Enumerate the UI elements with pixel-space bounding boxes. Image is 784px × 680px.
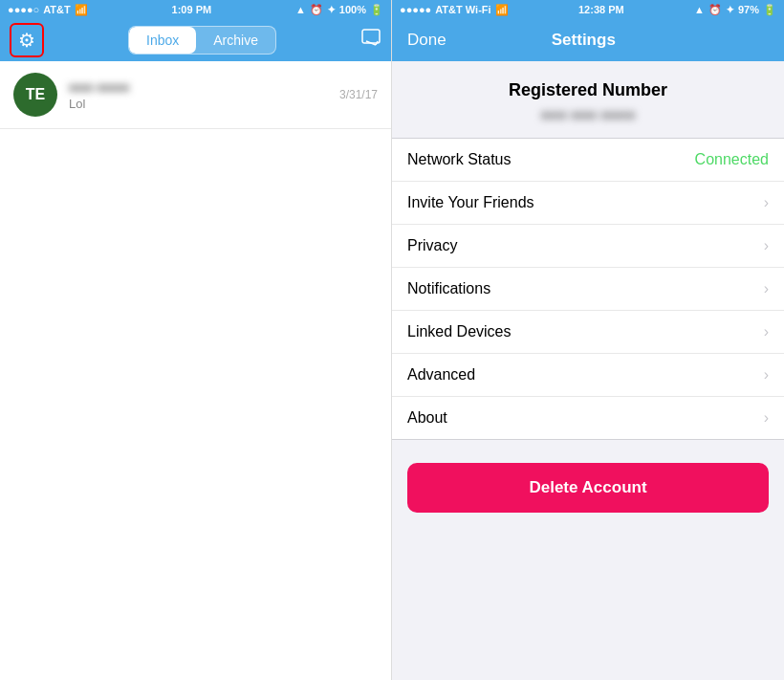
right-header: Done Settings <box>392 19 784 61</box>
message-name: ●●● ●●●● <box>69 79 339 95</box>
invite-label: Invite Your Friends <box>407 194 534 211</box>
left-header: ⚙ Inbox Archive <box>0 19 391 61</box>
message-item[interactable]: TE ●●● ●●●● Lol 3/31/17 <box>0 61 391 129</box>
notifications-label: Notifications <box>407 280 490 297</box>
invite-right: › <box>764 194 769 211</box>
bluetooth-icon-right: ✦ <box>726 4 734 16</box>
bottom-spacer <box>392 528 784 585</box>
wifi-icon-right: 📶 <box>495 4 509 16</box>
battery-visual-left: 🔋 <box>370 4 383 16</box>
wifi-icon-left: 📶 <box>75 4 88 16</box>
gear-button[interactable]: ⚙ <box>10 23 44 57</box>
right-panel: ●●●●● AT&T Wi-Fi 📶 12:38 PM ▲ ⏰ ✦ 97% 🔋 … <box>392 0 784 680</box>
message-content: ●●● ●●●● Lol <box>69 79 339 111</box>
network-status-value: Connected <box>695 151 769 168</box>
battery-left: 100% <box>339 4 366 15</box>
gear-icon: ⚙ <box>18 29 35 52</box>
about-label: About <box>407 409 447 427</box>
left-panel: ●●●●○ AT&T 📶 1:09 PM ▲ ⏰ ✦ 100% 🔋 ⚙ Inbo… <box>0 0 392 680</box>
chevron-icon-advanced: › <box>764 366 769 384</box>
left-status-left: ●●●●○ AT&T 📶 <box>8 4 88 16</box>
advanced-row[interactable]: Advanced › <box>392 354 784 397</box>
location-icon-right: ▲ <box>694 4 705 15</box>
linked-devices-label: Linked Devices <box>407 323 512 340</box>
linked-devices-row[interactable]: Linked Devices › <box>392 311 784 354</box>
alarm-icon-left: ⏰ <box>310 4 323 16</box>
notifications-right: › <box>764 280 769 297</box>
right-status-bar: ●●●●● AT&T Wi-Fi 📶 12:38 PM ▲ ⏰ ✦ 97% 🔋 <box>392 0 784 19</box>
network-status-right: Connected <box>695 151 769 168</box>
invite-row[interactable]: Invite Your Friends › <box>392 182 784 225</box>
alarm-icon-right: ⏰ <box>708 4 722 16</box>
advanced-right: › <box>764 366 769 384</box>
inbox-tab[interactable]: Inbox <box>129 27 196 54</box>
registered-title: Registered Number <box>407 80 769 100</box>
archive-tab[interactable]: Archive <box>196 27 275 54</box>
compose-icon <box>360 32 381 53</box>
time-left: 1:09 PM <box>172 4 212 15</box>
settings-group: Network Status Connected Invite Your Fri… <box>392 138 784 440</box>
chevron-icon-notifications: › <box>764 280 769 297</box>
battery-right: 97% <box>738 4 759 15</box>
chevron-icon-about: › <box>764 409 769 427</box>
location-icon-left: ▲ <box>295 4 306 15</box>
message-list: TE ●●● ●●●● Lol 3/31/17 <box>0 61 391 680</box>
privacy-row[interactable]: Privacy › <box>392 225 784 268</box>
settings-content: Registered Number ●●● ●●● ●●●● Network S… <box>392 61 784 680</box>
right-status-right: ▲ ⏰ ✦ 97% 🔋 <box>694 4 776 16</box>
registered-number: ●●● ●●● ●●●● <box>407 106 769 122</box>
delete-account-button[interactable]: Delete Account <box>407 463 769 513</box>
time-right: 12:38 PM <box>578 4 624 15</box>
carrier-right: AT&T Wi-Fi <box>435 4 490 15</box>
tab-group: Inbox Archive <box>128 26 276 55</box>
privacy-label: Privacy <box>407 237 457 254</box>
message-preview: Lol <box>69 97 339 111</box>
bluetooth-icon-left: ✦ <box>327 4 336 16</box>
chevron-icon-linked-devices: › <box>764 323 769 340</box>
advanced-label: Advanced <box>407 366 475 384</box>
about-right: › <box>764 409 769 427</box>
chevron-icon-privacy: › <box>764 237 769 254</box>
done-button[interactable]: Done <box>407 31 446 50</box>
signal-icon-right: ●●●●● <box>400 4 431 15</box>
chevron-icon-invite: › <box>764 194 769 211</box>
privacy-right: › <box>764 237 769 254</box>
signal-icon: ●●●●○ <box>8 4 39 15</box>
avatar: TE <box>13 73 57 117</box>
delete-section: Delete Account <box>392 440 784 528</box>
registered-section: Registered Number ●●● ●●● ●●●● <box>392 61 784 138</box>
linked-devices-right: › <box>764 323 769 340</box>
compose-button[interactable] <box>360 28 381 54</box>
carrier-left: AT&T <box>43 4 71 15</box>
battery-visual-right: 🔋 <box>763 4 776 16</box>
left-status-right: ▲ ⏰ ✦ 100% 🔋 <box>295 4 383 16</box>
network-status-label: Network Status <box>407 151 511 168</box>
message-date: 3/31/17 <box>339 88 378 101</box>
about-row[interactable]: About › <box>392 397 784 439</box>
settings-title: Settings <box>552 31 616 50</box>
right-status-left: ●●●●● AT&T Wi-Fi 📶 <box>400 4 509 16</box>
left-status-bar: ●●●●○ AT&T 📶 1:09 PM ▲ ⏰ ✦ 100% 🔋 <box>0 0 391 19</box>
notifications-row[interactable]: Notifications › <box>392 268 784 311</box>
network-status-row[interactable]: Network Status Connected <box>392 139 784 182</box>
